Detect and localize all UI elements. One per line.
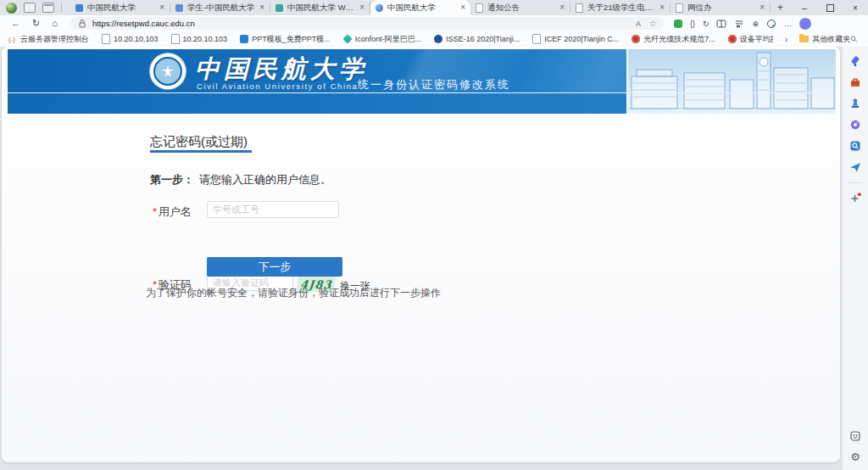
bookmark-item[interactable]: ICEF 2020|Tianjin C... xyxy=(532,34,619,44)
minimize-button[interactable]: – xyxy=(792,0,817,15)
tab-favicon-icon xyxy=(576,3,583,13)
tab-title: 中国民航大学 xyxy=(87,3,156,14)
bookmark-item[interactable]: 10.20.10.103 xyxy=(102,34,159,44)
extension-green-icon[interactable] xyxy=(674,20,682,28)
browser-tab[interactable]: 学生-中国民航大学 × xyxy=(170,3,270,13)
read-aloud-icon[interactable]: A xyxy=(636,20,641,28)
image-search-icon[interactable] xyxy=(849,140,861,152)
home-button[interactable]: ⌂ xyxy=(46,15,64,31)
bookmarks-list: 云服务器管理控制台 10.20.10.103 10.20.10.103 PPT模… xyxy=(8,34,773,45)
restore-button[interactable] xyxy=(817,0,843,15)
browser-essentials-icon[interactable]: ⊕ xyxy=(752,20,759,28)
username-input[interactable] xyxy=(207,201,339,218)
copilot-icon[interactable] xyxy=(799,18,811,30)
bookmark-favicon-icon xyxy=(532,34,541,44)
tab-close-icon[interactable]: × xyxy=(760,3,765,12)
tab-close-icon[interactable]: × xyxy=(460,3,465,12)
tab-close-icon[interactable]: × xyxy=(159,3,164,12)
bookmark-favicon-icon xyxy=(240,35,248,43)
bookmark-item[interactable]: Iconfont-阿里巴巴... xyxy=(343,34,422,45)
form-title-underline xyxy=(150,150,252,153)
system-title: 统一身份认证密码修改系统 xyxy=(358,77,510,92)
browser-tab[interactable]: 中国民航大学 × xyxy=(370,0,470,15)
close-button[interactable]: × xyxy=(843,0,868,15)
restore-icon xyxy=(826,4,834,12)
browser-tab[interactable]: 中国民航大学 WebVPN × xyxy=(270,3,370,13)
bookmark-label: 设备平均故障间隔... xyxy=(740,34,773,45)
browser-tab[interactable]: 网信办 × xyxy=(670,3,771,13)
tab-close-icon[interactable]: × xyxy=(659,3,665,12)
tab-favicon-icon xyxy=(275,4,283,12)
tab-title: 通知公告 xyxy=(487,3,556,14)
toolbar-extensions: {} ↻ ⊕ … xyxy=(674,18,811,30)
tab-title: 中国民航大学 WebVPN xyxy=(287,3,356,14)
browser-logo-icon[interactable] xyxy=(6,3,17,14)
bookmark-item[interactable]: ISSE-16 2020|Tianji... xyxy=(434,35,520,43)
tab-close-icon[interactable]: × xyxy=(259,3,264,12)
tab-favicon-icon xyxy=(75,4,83,12)
other-favorites-label: 其他收藏夹 xyxy=(812,34,850,45)
browser-tab[interactable]: 中国民航大学 × xyxy=(70,3,170,13)
next-step-button[interactable]: 下一步 xyxy=(207,257,342,277)
bookmark-label: 10.20.10.103 xyxy=(183,35,228,43)
tab-title: 中国民航大学 xyxy=(387,3,457,14)
form-title: 忘记密码(或过期) xyxy=(150,134,248,150)
bookmark-label: 云服务器管理控制台 xyxy=(20,34,89,45)
web-capture-icon[interactable] xyxy=(766,19,776,29)
bookmark-label: PPT模板_免费PPT模... xyxy=(252,34,331,45)
tab-favicon-icon xyxy=(376,4,383,12)
bookmark-item[interactable]: 光纤光缆技术规范7... xyxy=(632,34,715,45)
bookmark-label: Iconfont-阿里巴巴... xyxy=(355,34,422,45)
bookmark-item[interactable]: PPT模板_免费PPT模... xyxy=(240,34,331,45)
university-emblem-icon xyxy=(153,57,182,86)
more-menu-icon[interactable]: … xyxy=(784,20,792,28)
tab-title: 学生-中国民航大学 xyxy=(187,3,256,14)
tab-title: 关于21级学生电子邮箱和自... xyxy=(587,3,656,14)
tab-favicon-icon xyxy=(175,4,183,12)
stamp-icon[interactable] xyxy=(849,98,861,109)
search-icon[interactable] xyxy=(850,34,858,44)
split-screen-icon[interactable] xyxy=(716,19,726,29)
other-favorites-folder[interactable]: 其他收藏夹 xyxy=(799,34,850,45)
tab-close-icon[interactable]: × xyxy=(559,3,565,12)
back-button[interactable]: ← xyxy=(5,15,26,31)
history-sync-icon[interactable]: ↻ xyxy=(703,20,709,28)
workspaces-icon[interactable] xyxy=(24,3,36,13)
required-marker: * xyxy=(153,205,157,218)
collections-icon[interactable] xyxy=(734,19,744,29)
toolbar: ← ↻ ⌂ https://resetpwd.cauc.edu.cn A ☆ {… xyxy=(0,15,868,31)
favorite-star-icon[interactable]: ☆ xyxy=(649,19,657,28)
designer-icon[interactable] xyxy=(849,119,861,131)
header-divider xyxy=(8,92,834,93)
tab-strip: 中国民航大学 × 学生-中国民航大学 × 中国民航大学 WebVPN × 中国民… xyxy=(70,0,771,15)
bookmark-favicon-icon xyxy=(632,35,640,43)
tab-actions-icon[interactable] xyxy=(42,3,54,13)
airplane-icon xyxy=(160,64,175,79)
bookmark-favicon-icon xyxy=(434,35,442,43)
toolbox-icon[interactable] xyxy=(849,76,861,88)
send-icon[interactable] xyxy=(849,161,861,173)
url-text[interactable]: https://resetpwd.cauc.edu.cn xyxy=(92,19,629,28)
browser-tab[interactable]: 通知公告 × xyxy=(470,3,570,13)
braces-extension-icon[interactable]: {} xyxy=(690,20,695,28)
add-icon[interactable] xyxy=(849,193,861,204)
address-bar[interactable]: https://resetpwd.cauc.edu.cn A ☆ xyxy=(70,17,664,30)
folder-icon xyxy=(799,36,809,42)
security-note: 为了保护你的帐号安全，请验证身份，验证成功后进行下一步操作 xyxy=(146,286,441,300)
browser-tab[interactable]: 关于21级学生电子邮箱和自... × xyxy=(570,3,670,13)
bookmark-item[interactable]: 10.20.10.103 xyxy=(171,34,228,44)
bookmarks-overflow-chevron-icon[interactable]: › xyxy=(785,34,788,44)
highlighter-icon[interactable] xyxy=(849,55,861,67)
settings-icon[interactable]: ⚙ xyxy=(849,451,861,463)
new-tab-button[interactable]: + xyxy=(771,0,790,15)
bookmark-favicon-icon xyxy=(342,34,352,43)
refresh-button[interactable]: ↻ xyxy=(26,15,46,31)
image-creator-icon[interactable] xyxy=(849,430,861,442)
tab-title: 网信办 xyxy=(687,3,756,14)
tab-separator xyxy=(61,3,62,12)
bookmark-item[interactable]: 云服务器管理控制台 xyxy=(8,34,89,45)
bookmark-item[interactable]: 设备平均故障间隔... xyxy=(728,34,773,45)
bookmark-label: 光纤光缆技术规范7... xyxy=(643,34,715,45)
username-label: *用户名 xyxy=(153,204,192,220)
tab-close-icon[interactable]: × xyxy=(359,3,364,12)
